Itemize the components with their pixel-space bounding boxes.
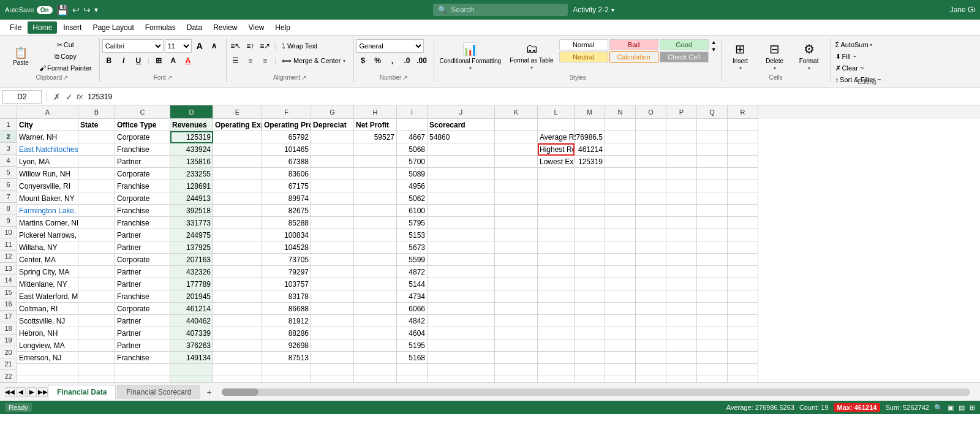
cell-B5[interactable] (78, 168, 115, 180)
cell-L8[interactable] (538, 205, 575, 217)
cell-O16[interactable] (636, 303, 666, 315)
cell-G2[interactable] (311, 131, 354, 143)
cell-M5[interactable] (575, 168, 605, 180)
cell-A6[interactable]: Conyersville, RI (17, 180, 78, 192)
cell-J13[interactable] (428, 266, 495, 278)
cell-I6[interactable]: 4956 (397, 180, 428, 192)
cell-L17[interactable] (538, 315, 575, 327)
cell-O13[interactable] (636, 266, 666, 278)
row-num-4[interactable]: 4 (0, 155, 17, 167)
row-num-15[interactable]: 15 (0, 287, 17, 299)
align-top-left-button[interactable]: ≡↖ (229, 39, 243, 53)
cell-L1[interactable] (538, 119, 575, 131)
cell-F7[interactable]: 89974 (262, 192, 311, 205)
cell-A7[interactable]: Mount Baker, NY (17, 192, 78, 205)
cell-C7[interactable]: Corporate (115, 192, 170, 205)
cell-I11[interactable]: 5673 (397, 241, 428, 254)
cell-C3[interactable]: Franchise (115, 143, 170, 156)
menu-formulas[interactable]: Formulas (140, 21, 181, 34)
confirm-formula-button[interactable]: ✓ (64, 92, 74, 102)
cell-L18[interactable] (538, 327, 575, 339)
col-header-M[interactable]: M (575, 105, 605, 119)
cell-O7[interactable] (636, 192, 666, 205)
cell-J22[interactable] (428, 376, 495, 382)
row-num-12[interactable]: 12 (0, 251, 17, 263)
cell-Q11[interactable] (697, 241, 728, 254)
cell-H13[interactable] (354, 266, 397, 278)
menu-review[interactable]: Review (208, 21, 242, 34)
cell-E17[interactable] (213, 315, 262, 327)
cell-J17[interactable] (428, 315, 495, 327)
search-box[interactable]: 🔍 (433, 4, 568, 16)
cell-P14[interactable] (666, 278, 697, 290)
cell-C22[interactable] (115, 376, 170, 382)
cell-Q3[interactable] (697, 143, 728, 156)
cell-E8[interactable] (213, 205, 262, 217)
row-num-2[interactable]: 2 (0, 131, 17, 143)
row-num-14[interactable]: 14 (0, 275, 17, 287)
cell-F15[interactable]: 83178 (262, 290, 311, 303)
neutral-style-button[interactable]: Neutral (559, 51, 608, 62)
cell-E9[interactable] (213, 217, 262, 229)
cell-L11[interactable] (538, 241, 575, 254)
cell-Q15[interactable] (697, 290, 728, 303)
cell-H2[interactable]: 59527 (354, 131, 397, 143)
increase-font-button[interactable]: A (193, 39, 206, 53)
cell-C10[interactable]: Partner (115, 229, 170, 241)
save-icon[interactable]: 💾 (56, 4, 69, 16)
cell-D12[interactable]: 207163 (170, 254, 213, 266)
cell-D21[interactable] (170, 364, 213, 376)
cell-J3[interactable] (428, 143, 495, 156)
cell-E18[interactable] (213, 327, 262, 339)
cell-H6[interactable] (354, 180, 397, 192)
cell-N12[interactable] (605, 254, 636, 266)
bold-button[interactable]: B (102, 54, 116, 67)
fill-color-button[interactable]: A (167, 54, 180, 67)
cell-O6[interactable] (636, 180, 666, 192)
cell-M4[interactable]: 125319 (575, 156, 605, 168)
cell-P17[interactable] (666, 315, 697, 327)
cell-K7[interactable] (495, 192, 538, 205)
cell-H3[interactable] (354, 143, 397, 156)
fill-button[interactable]: ⬇ Fill ~ (833, 51, 859, 62)
cell-C5[interactable]: Corporate (115, 168, 170, 180)
row-num-5[interactable]: 5 (0, 167, 17, 179)
cell-A20[interactable]: Emerson, NJ (17, 352, 78, 364)
cell-B7[interactable] (78, 192, 115, 205)
cell-M22[interactable] (575, 376, 605, 382)
cell-A12[interactable]: Center, MA (17, 254, 78, 266)
conditional-formatting-button[interactable]: 📊 Conditional Formatting ▾ (437, 39, 505, 74)
cell-L21[interactable] (538, 364, 575, 376)
cell-K3[interactable] (495, 143, 538, 156)
cell-N14[interactable] (605, 278, 636, 290)
cell-R6[interactable] (728, 180, 758, 192)
cell-F19[interactable]: 92698 (262, 339, 311, 352)
cell-Q17[interactable] (697, 315, 728, 327)
wrap-text-button[interactable]: ⤵ Wrap Text (279, 40, 320, 51)
cell-D13[interactable]: 432326 (170, 266, 213, 278)
accounting-button[interactable]: $ (356, 54, 370, 67)
align-left-button[interactable]: ☰ (229, 54, 243, 67)
alignment-expand-icon[interactable]: ↗ (301, 74, 306, 81)
styles-expand[interactable]: ▲ ▼ (711, 39, 717, 53)
cell-J18[interactable] (428, 327, 495, 339)
cell-E3[interactable] (213, 143, 262, 156)
cell-R3[interactable] (728, 143, 758, 156)
cell-B2[interactable] (78, 131, 115, 143)
cell-H17[interactable] (354, 315, 397, 327)
cell-F16[interactable]: 86688 (262, 303, 311, 315)
cell-N5[interactable] (605, 168, 636, 180)
cell-M8[interactable] (575, 205, 605, 217)
cell-K11[interactable] (495, 241, 538, 254)
cell-A16[interactable]: Coltman, RI (17, 303, 78, 315)
search-input[interactable] (451, 6, 561, 14)
cell-L16[interactable] (538, 303, 575, 315)
row-num-7[interactable]: 7 (0, 191, 17, 203)
cell-F21[interactable] (262, 364, 311, 376)
row-num-13[interactable]: 13 (0, 263, 17, 275)
cell-C6[interactable]: Franchise (115, 180, 170, 192)
cell-Q4[interactable] (697, 156, 728, 168)
cell-E21[interactable] (213, 364, 262, 376)
cell-L9[interactable] (538, 217, 575, 229)
row-num-3[interactable]: 3 (0, 143, 17, 155)
